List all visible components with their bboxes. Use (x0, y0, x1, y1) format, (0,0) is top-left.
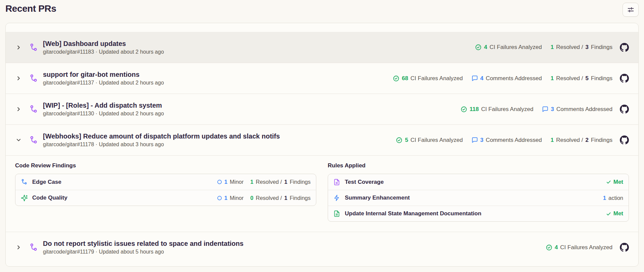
rule-action: 1 action (603, 195, 623, 201)
finding-label: Edge Case (32, 179, 61, 185)
pr-title: [WIP] - [Roles] - Add dispatch system (43, 102, 164, 109)
pr-row-roles-dispatch-system[interactable]: [WIP] - [Roles] - Add dispatch system gi… (6, 94, 638, 124)
pull-request-icon (29, 74, 38, 83)
pr-badges: 4 CI Failures Analyzed (546, 244, 612, 251)
circle-check-icon (475, 44, 482, 51)
resolved-label: Resolved / (256, 179, 282, 185)
finding-label: Code Quality (32, 195, 67, 201)
minor-label: Minor (230, 195, 244, 201)
rule-row-summary-enhancement[interactable]: Summary Enhancement 1 action (328, 190, 629, 206)
ci-count: 4 (555, 244, 558, 251)
ci-label: CI Failures Analyzed (490, 44, 542, 51)
resolved-count: 1 (550, 137, 553, 144)
finding-resolved-stats: 1 Resolved / 1 Findings (250, 179, 311, 185)
rule-label: Update Internal State Management Documen… (345, 210, 481, 217)
findings-badge: 1 Resolved / 5 Findings (550, 75, 612, 82)
severity-circle-icon (217, 196, 222, 201)
finding-row-edge-case[interactable]: Edge Case 1 Minor 1 Resolved / (15, 174, 316, 190)
ci-label: CI Failures Analyzed (481, 106, 533, 113)
comment-icon (472, 75, 478, 81)
resolved-count: 1 (550, 75, 553, 82)
resolved-label: Resolved / (256, 195, 282, 201)
chevron-down-icon[interactable] (15, 137, 22, 144)
rules-panel-title: Rules Applied (328, 162, 629, 169)
resolved-label: Resolved / (556, 44, 583, 51)
finding-resolved-stats: 0 Resolved / 1 Findings (250, 195, 311, 201)
pr-meta: gitarcode/gitar#11137 · Updated about 2 … (43, 80, 164, 86)
chevron-right-icon[interactable] (15, 44, 22, 51)
severity-circle-icon (217, 179, 222, 184)
ci-failures-badge: 5 CI Failures Analyzed (396, 137, 463, 144)
pr-badges: 5 CI Failures Analyzed 3 Comments Addres… (396, 137, 612, 144)
rule-row-update-docs[interactable]: Update Internal State Management Documen… (328, 206, 629, 221)
github-icon[interactable] (620, 74, 629, 83)
ci-failures-badge: 68 CI Failures Analyzed (393, 75, 463, 82)
minor-count: 1 (224, 195, 227, 201)
pr-title: Do not report stylistic issues related t… (43, 240, 244, 248)
findings-label: Findings (290, 195, 311, 201)
document-icon (333, 210, 340, 217)
rule-label: Test Coverage (345, 179, 384, 185)
ci-label: CI Failures Analyzed (411, 137, 463, 144)
rule-row-test-coverage[interactable]: Test Coverage Met (328, 174, 629, 190)
pr-meta: gitarcode/gitar#11130 · Updated about 2 … (43, 111, 164, 117)
rule-status-met: Met (606, 210, 623, 217)
ci-count: 68 (402, 75, 408, 82)
resolved-label: Resolved / (556, 75, 583, 82)
rule-status-label: Met (613, 210, 623, 217)
comments-label: Comments Addressed (486, 137, 542, 144)
action-label: action (608, 195, 623, 201)
resolved-count: 0 (250, 195, 253, 201)
ci-failures-badge: 4 CI Failures Analyzed (475, 44, 542, 51)
minor-count: 1 (224, 179, 227, 185)
ci-count: 5 (405, 137, 408, 144)
github-icon[interactable] (620, 105, 629, 114)
pr-text: [WIP] - [Roles] - Add dispatch system gi… (43, 102, 164, 117)
pr-row-gitar-bot-mentions[interactable]: support for gitar-bot mentions gitarcode… (6, 63, 638, 94)
pr-text: [Web] Dashboard updates gitarcode/gitar#… (43, 40, 164, 55)
action-count-chip: 1 action (603, 195, 623, 201)
ci-label: CI Failures Analyzed (560, 244, 612, 251)
pr-row-web-dashboard-updates[interactable]: [Web] Dashboard updates gitarcode/gitar#… (6, 32, 638, 63)
chevron-right-icon[interactable] (15, 75, 22, 82)
comments-count: 3 (551, 106, 554, 113)
page-title: Recent PRs (5, 3, 56, 14)
pr-text: Do not report stylistic issues related t… (43, 240, 244, 255)
filter-button[interactable] (623, 3, 639, 17)
circle-check-icon (393, 75, 399, 82)
ci-count: 118 (470, 106, 479, 113)
rule-status-met: Met (606, 179, 623, 185)
rule-status-label: Met (613, 179, 623, 185)
github-icon[interactable] (620, 243, 629, 252)
ci-failures-badge: 118 CI Failures Analyzed (461, 106, 533, 113)
chevron-right-icon[interactable] (15, 244, 22, 251)
findings-label: Findings (591, 44, 612, 51)
pull-request-icon (29, 43, 38, 52)
pr-row-webhooks-dispatch-updates[interactable]: [Webhooks] Reduce amount of dispatch pla… (6, 124, 638, 155)
circle-check-icon (461, 106, 467, 113)
pr-row-stylistic-issues[interactable]: Do not report stylistic issues related t… (6, 232, 638, 263)
pull-request-icon (29, 243, 38, 252)
resolved-count: 1 (250, 179, 253, 185)
resolved-label: Resolved / (556, 137, 583, 144)
resolved-count: 1 (550, 44, 553, 51)
finding-row-code-quality[interactable]: Code Quality 1 Minor 0 Resolved / (15, 190, 316, 206)
chevron-right-icon[interactable] (15, 106, 22, 113)
github-icon[interactable] (620, 43, 629, 52)
ci-label: CI Failures Analyzed (411, 75, 463, 82)
rules-applied-panel: Rules Applied Test Coverage Met (328, 162, 629, 222)
findings-count: 2 (585, 137, 588, 144)
findings-badge: 1 Resolved / 2 Findings (550, 137, 612, 144)
github-icon[interactable] (620, 135, 629, 145)
pr-text: support for gitar-bot mentions gitarcode… (43, 71, 164, 86)
comments-badge: 4 Comments Addressed (472, 75, 542, 82)
expanded-pr-detail: Code Review Findings Edge Case (6, 155, 638, 232)
circle-check-icon (546, 244, 552, 251)
comments-label: Comments Addressed (556, 106, 612, 113)
ci-count: 4 (484, 44, 487, 51)
sliders-icon (627, 6, 634, 13)
comments-label: Comments Addressed (486, 75, 542, 82)
findings-count: 1 (284, 195, 287, 201)
comment-icon (542, 106, 548, 112)
pr-badges: 118 CI Failures Analyzed 3 Comments Addr… (461, 106, 612, 113)
